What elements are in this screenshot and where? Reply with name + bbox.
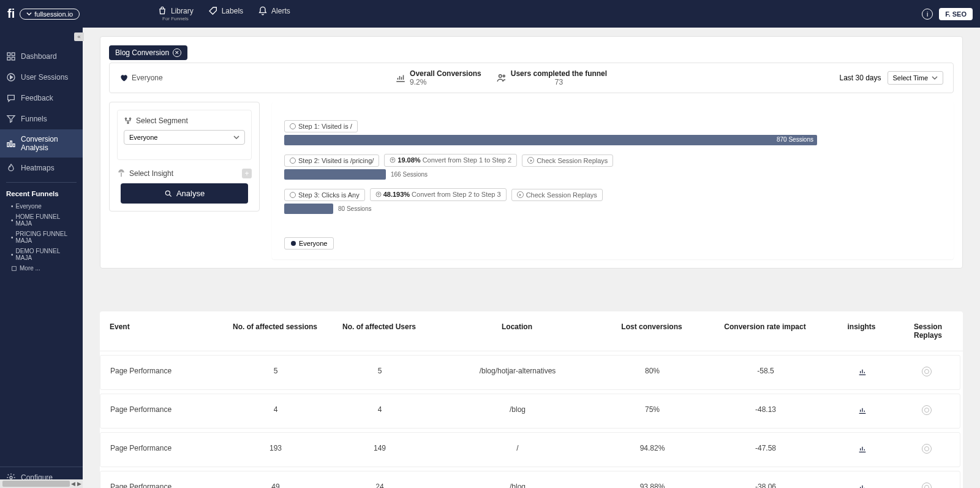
heart-icon — [119, 74, 128, 82]
cell-replay[interactable] — [903, 444, 950, 456]
col-header-replays: Session Replays — [903, 322, 953, 340]
svg-rect-2 — [7, 57, 10, 60]
step-bar — [284, 204, 333, 214]
sidebar-item-label: Dashboard — [21, 52, 57, 61]
cell-users: 5 — [318, 367, 441, 378]
funnel-title-chip: Blog Conversion ✕ — [109, 45, 187, 60]
sidebar-item-label: Conversion Analysis — [21, 135, 77, 152]
cell-location: /blog/hotjar-alternatives — [441, 367, 594, 378]
cell-lost: 93.88% — [594, 482, 710, 488]
sidebar-item-sessions[interactable]: User Sessions — [0, 67, 83, 88]
more-funnels[interactable]: More ... — [0, 263, 83, 273]
cell-sessions: 5 — [233, 367, 318, 378]
cell-replay[interactable] — [903, 367, 950, 378]
audience-label: Everyone — [132, 74, 163, 82]
bag-icon — [157, 6, 167, 16]
cell-location: /blog — [441, 482, 594, 488]
recent-funnel-item[interactable]: •PRICING FUNNEL MAJA — [0, 229, 83, 246]
cell-sessions: 193 — [233, 444, 318, 456]
cell-impact: -38.06 — [710, 482, 821, 488]
svg-point-12 — [125, 118, 126, 119]
cell-replay[interactable] — [903, 405, 950, 417]
nav-label: Library — [171, 7, 194, 15]
main-content: Blog Conversion ✕ Everyone Overall Conve… — [83, 28, 980, 488]
segment-dropdown[interactable]: Everyone — [124, 130, 245, 145]
legend-dot-icon — [291, 241, 296, 246]
add-insight-button[interactable]: + — [242, 169, 252, 178]
audience-indicator: Everyone — [119, 74, 163, 82]
bar-chart-icon — [858, 405, 867, 415]
cell-event: Page Performance — [110, 482, 233, 488]
recent-funnel-item[interactable]: •DEMO FUNNEL MAJA — [0, 246, 83, 263]
cell-replay[interactable] — [903, 482, 950, 488]
legend-item: Everyone — [284, 237, 334, 250]
play-icon — [527, 157, 534, 164]
col-header-insights: insights — [820, 322, 903, 340]
bar-value: 80 Sessions — [338, 205, 371, 212]
overall-conversions: Overall Conversions 9.2% — [395, 69, 481, 86]
nav-alerts[interactable]: Alerts — [258, 6, 290, 21]
user-badge[interactable]: F. SEO — [939, 8, 973, 20]
svg-rect-0 — [7, 53, 10, 56]
svg-rect-8 — [12, 266, 17, 270]
chevron-down-icon — [26, 11, 32, 17]
bar-value: 870 Sessions — [777, 136, 813, 143]
table-row: Page Performance44/blog75%-48.13 — [100, 394, 960, 429]
bar-chart-icon — [858, 367, 867, 376]
grid-icon — [6, 51, 16, 61]
nav-labels[interactable]: Labels — [208, 6, 243, 21]
recent-funnel-item[interactable]: •Everyone — [0, 201, 83, 212]
check-replays-button[interactable]: Check Session Replays — [522, 154, 613, 167]
cell-lost: 80% — [594, 367, 710, 378]
cell-lost: 75% — [594, 405, 710, 417]
sidebar-item-label: Funnels — [21, 115, 47, 123]
sidebar-item-funnels[interactable]: Funnels — [0, 109, 83, 129]
col-header-event: Event — [110, 322, 232, 340]
cell-event: Page Performance — [110, 405, 233, 417]
bar-chart-icon — [858, 444, 867, 454]
segment-panel: Select Segment Everyone Select Insight — [109, 102, 260, 212]
horizontal-scrollbar[interactable]: ◀ ▶ — [0, 479, 83, 488]
cell-insights[interactable] — [821, 482, 903, 488]
cell-impact: -48.13 — [710, 405, 821, 417]
table-row: Page Performance55/blog/hotjar-alternati… — [100, 355, 960, 390]
collapse-sidebar[interactable]: « — [74, 32, 84, 41]
target-icon — [922, 405, 932, 415]
cell-insights[interactable] — [821, 405, 903, 417]
step-label-pill: Step 1: Visited is / — [284, 120, 358, 132]
sidebar-item-feedback[interactable]: Feedback — [0, 88, 83, 109]
time-selector[interactable]: Select Time — [888, 71, 943, 85]
site-selector[interactable]: fullsession.io — [20, 9, 80, 20]
recent-funnel-item[interactable]: •HOME FUNNEL MAJA — [0, 212, 83, 229]
step-label: Step 3: Clicks is Any — [298, 191, 360, 199]
cell-sessions: 4 — [233, 405, 318, 417]
nav-label: Alerts — [271, 7, 290, 15]
radio-icon — [290, 123, 296, 129]
step-label-pill: Step 3: Clicks is Any — [284, 189, 365, 201]
cell-location: / — [441, 444, 594, 456]
arrow-up-icon — [390, 157, 396, 163]
analyse-button[interactable]: Analyse — [121, 183, 248, 204]
funnel-step: Step 2: Visited is /pricing/ 19.08% Conv… — [284, 154, 941, 180]
sidebar-item-label: Heatmaps — [21, 164, 55, 172]
topbar-right: i F. SEO — [922, 8, 973, 20]
cell-users: 24 — [318, 482, 441, 488]
sidebar-item-dashboard[interactable]: Dashboard — [0, 46, 83, 67]
table-header-row: Event No. of affected sessions No. of af… — [100, 311, 963, 351]
fire-icon — [6, 163, 16, 173]
sidebar-item-conversion[interactable]: Conversion Analysis — [0, 129, 83, 158]
nav-library[interactable]: Library For Funnels — [157, 6, 194, 21]
close-icon[interactable]: ✕ — [173, 48, 181, 57]
arrow-up-icon — [375, 191, 382, 197]
check-replays-button[interactable]: Check Session Replays — [511, 189, 603, 201]
nav-label: Labels — [222, 7, 243, 15]
cell-insights[interactable] — [821, 367, 903, 378]
logo-area: fi fullsession.io — [7, 7, 90, 21]
info-icon[interactable]: i — [922, 9, 933, 20]
chart-icon — [395, 72, 406, 83]
cell-insights[interactable] — [821, 444, 903, 456]
step-label: Step 1: Visited is / — [298, 123, 352, 130]
svg-point-11 — [503, 75, 505, 77]
magnify-icon — [164, 189, 173, 198]
sidebar-item-heatmaps[interactable]: Heatmaps — [0, 158, 83, 178]
